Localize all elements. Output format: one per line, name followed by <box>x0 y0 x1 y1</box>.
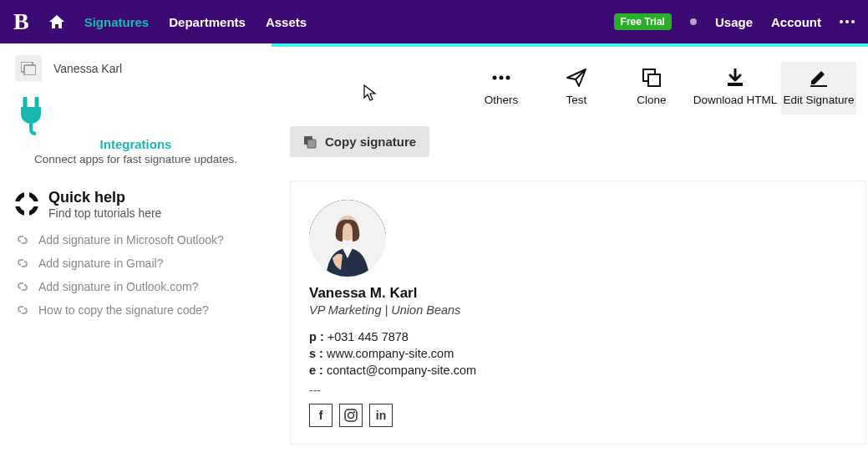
lifering-icon <box>15 192 38 216</box>
email-label: e : <box>309 364 323 377</box>
tool-test[interactable]: Test <box>539 62 614 114</box>
site-value: www.company-site.com <box>327 347 454 360</box>
tool-others[interactable]: Others <box>464 62 539 114</box>
signature-phone: p : +031 445 7878 <box>309 330 847 343</box>
quick-help-subtitle: Find top tutorials here <box>48 206 161 220</box>
avatar <box>309 200 386 277</box>
site-label: s : <box>309 347 323 360</box>
email-value: contact@company-site.com <box>327 364 476 377</box>
nav-account[interactable]: Account <box>771 15 821 29</box>
nav-signatures[interactable]: Signatures <box>84 15 150 29</box>
help-links-list: Add signature in Microsoft Outlook? Add … <box>15 228 256 322</box>
svg-point-4 <box>506 76 510 80</box>
integrations-subtitle: Connect apps for fast signature updates. <box>15 153 256 165</box>
svg-rect-9 <box>307 140 316 148</box>
user-row[interactable]: Vanessa Karl <box>15 55 256 82</box>
app-logo[interactable]: B <box>13 8 29 35</box>
svg-rect-1 <box>24 65 36 75</box>
nav-usage[interactable]: Usage <box>715 15 753 29</box>
tool-label: Others <box>485 94 519 106</box>
copy-icon <box>303 135 317 149</box>
nav-assets[interactable]: Assets <box>266 15 307 29</box>
facebook-icon[interactable]: f <box>309 404 332 427</box>
phone-label: p : <box>309 330 324 343</box>
signature-site: s : www.company-site.com <box>309 347 847 360</box>
tool-edit-signature[interactable]: Edit Signature <box>781 62 856 114</box>
clone-icon <box>642 67 661 89</box>
help-link-copycode[interactable]: How to copy the signature code? <box>15 298 256 322</box>
svg-point-3 <box>500 76 504 80</box>
svg-rect-7 <box>728 83 743 86</box>
signature-email: e : contact@company-site.com <box>309 364 847 377</box>
link-icon <box>15 279 30 294</box>
help-link-label: How to copy the signature code? <box>38 303 209 317</box>
link-icon <box>15 232 30 247</box>
tool-label: Edit Signature <box>784 94 855 106</box>
tool-label: Download HTML <box>693 94 778 106</box>
signature-title: VP Marketing | Union Beans <box>309 303 847 317</box>
integrations-link[interactable]: Integrations <box>15 137 256 151</box>
help-link-outlook[interactable]: Add signature in Microsoft Outlook? <box>15 228 256 252</box>
linkedin-icon[interactable]: in <box>369 404 393 427</box>
help-link-label: Add signature in Outlook.com? <box>38 280 198 293</box>
more-icon[interactable] <box>840 20 855 23</box>
ellipsis-icon <box>490 67 512 89</box>
tool-label: Clone <box>637 94 666 106</box>
link-icon <box>15 303 30 318</box>
nav-departments[interactable]: Departments <box>169 15 246 29</box>
copy-signature-button[interactable]: Copy signature <box>290 126 429 157</box>
status-dot <box>690 18 697 25</box>
signature-preview: Vanessa M. Karl VP Marketing | Union Bea… <box>290 181 866 445</box>
edit-icon <box>809 67 829 89</box>
tool-clone[interactable]: Clone <box>614 62 689 114</box>
svg-point-14 <box>353 411 355 413</box>
tool-download-html[interactable]: Download HTML <box>689 62 781 114</box>
link-icon <box>15 256 30 271</box>
signature-name: Vanessa M. Karl <box>309 285 847 302</box>
copy-button-label: Copy signature <box>325 135 416 149</box>
instagram-icon[interactable] <box>339 404 363 427</box>
svg-rect-12 <box>345 410 357 421</box>
help-link-outlookcom[interactable]: Add signature in Outlook.com? <box>15 275 256 298</box>
home-icon[interactable] <box>49 15 64 28</box>
help-link-label: Add signature in Microsoft Outlook? <box>38 233 224 247</box>
quick-help-title: Quick help <box>48 189 161 206</box>
tool-label: Test <box>566 94 587 106</box>
free-trial-badge[interactable]: Free Trial <box>614 13 672 30</box>
plug-icon <box>15 97 256 135</box>
phone-value: +031 445 7878 <box>327 330 409 343</box>
help-link-label: Add signature in Gmail? <box>38 257 163 270</box>
download-icon <box>726 67 744 89</box>
sidebar-user-name: Vanessa Karl <box>53 62 122 75</box>
help-link-gmail[interactable]: Add signature in Gmail? <box>15 252 256 275</box>
paper-plane-icon <box>566 67 586 89</box>
svg-point-13 <box>348 413 354 419</box>
svg-rect-6 <box>648 74 660 86</box>
user-card-icon <box>15 55 42 82</box>
svg-point-2 <box>493 76 497 80</box>
signature-separator: --- <box>309 384 847 397</box>
